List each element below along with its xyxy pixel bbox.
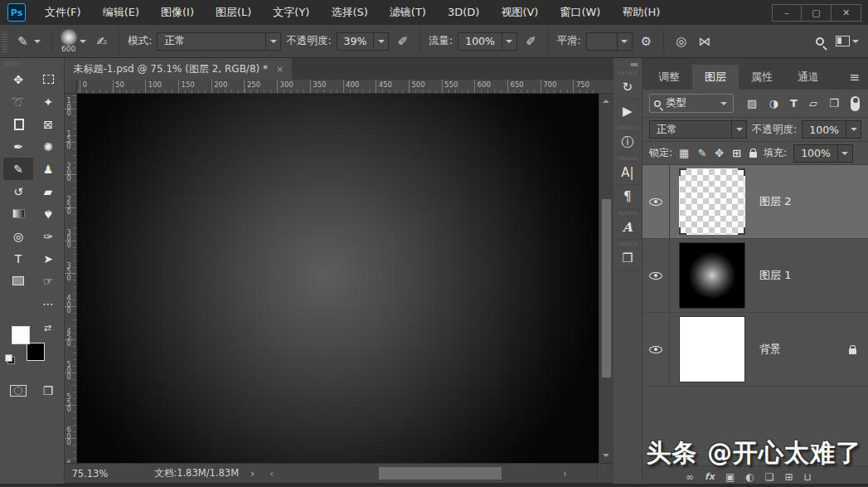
menu-edit[interactable]: 编辑(E) xyxy=(92,0,150,25)
history-panel-button[interactable]: ↻ xyxy=(614,75,641,100)
type-tool[interactable]: T xyxy=(3,247,33,270)
filter-type-layers-icon[interactable]: T xyxy=(790,97,798,110)
search-icon[interactable] xyxy=(816,37,824,46)
scroll-right-icon[interactable]: › xyxy=(563,464,567,483)
dodge-tool[interactable]: ◎ xyxy=(3,225,33,247)
close-tab-icon[interactable]: × xyxy=(276,64,284,75)
vertical-scrollbar-thumb[interactable] xyxy=(602,199,611,377)
menu-image[interactable]: 图像(I) xyxy=(150,0,205,25)
vertical-ruler[interactable]: 1 0 01 5 02 0 02 5 03 0 03 5 04 0 04 5 0… xyxy=(65,94,77,463)
move-tool[interactable]: ✥ xyxy=(3,68,33,90)
opacity-input[interactable]: 39% xyxy=(337,32,390,51)
airbrush-icon[interactable]: ✐ xyxy=(522,32,540,51)
layer-row[interactable]: 图层 1 xyxy=(643,239,868,313)
filter-pixel-layers-icon[interactable]: ▨ xyxy=(747,97,757,110)
new-layer-icon[interactable]: ⊞ xyxy=(785,471,793,483)
panel-group-gripper[interactable] xyxy=(618,212,637,215)
eyedropper-tool[interactable]: ✒ xyxy=(3,135,33,158)
minimize-button[interactable]: – xyxy=(772,4,802,22)
character-panel-button[interactable]: A| xyxy=(614,161,641,185)
layer-thumbnail[interactable] xyxy=(679,168,745,235)
3d-panel-button[interactable]: ❒ xyxy=(614,246,641,270)
status-expand-icon[interactable]: › xyxy=(250,467,255,480)
menu-view[interactable]: 视图(V) xyxy=(490,0,549,25)
horizontal-ruler[interactable]: 0501001502002503003504004505005506006507… xyxy=(77,80,598,94)
scroll-down-icon[interactable] xyxy=(599,450,613,461)
menu-layer[interactable]: 图层(L) xyxy=(205,0,262,25)
canvas[interactable] xyxy=(77,94,598,463)
menu-3d[interactable]: 3D(D) xyxy=(437,0,490,25)
options-bar-gripper[interactable] xyxy=(2,31,7,52)
hand-tool[interactable]: ☞ xyxy=(33,270,63,292)
filter-shape-layers-icon[interactable]: ▱ xyxy=(809,97,817,110)
layer-visibility-toggle[interactable] xyxy=(643,313,670,386)
ruler-origin-corner[interactable] xyxy=(65,80,77,94)
paragraph-panel-button[interactable]: ¶ xyxy=(614,185,641,209)
opacity-pressure-icon[interactable]: ✐ xyxy=(394,32,411,51)
layer-name[interactable]: 背景 xyxy=(759,342,781,357)
tool-preset-picker[interactable]: ✎ xyxy=(14,32,43,51)
layer-style-icon[interactable]: fx xyxy=(705,471,715,482)
panel-group-gripper[interactable] xyxy=(618,71,637,75)
eraser-tool[interactable]: ▰ xyxy=(33,180,63,202)
toggle-brush-settings-icon[interactable]: ✍ xyxy=(94,32,111,51)
size-pressure-icon[interactable]: ◎ xyxy=(672,32,690,51)
flow-input[interactable]: 100% xyxy=(458,32,517,51)
menu-select[interactable]: 选择(S) xyxy=(320,0,378,25)
document-tab[interactable]: 未标题-1.psd @ 75.1% (图层 2, RGB/8) * × xyxy=(65,58,292,80)
menu-help[interactable]: 帮助(H) xyxy=(611,0,671,25)
panel-menu-icon[interactable]: ≡ xyxy=(849,70,860,85)
layer-thumbnail[interactable] xyxy=(679,242,745,309)
add-mask-icon[interactable]: ▣ xyxy=(725,471,735,483)
menu-window[interactable]: 窗口(W) xyxy=(549,0,611,25)
tab-layers[interactable]: 图层 xyxy=(692,65,739,90)
swap-colors-icon[interactable]: ⇄ xyxy=(44,323,51,334)
maximize-button[interactable]: ▢ xyxy=(802,4,832,22)
expand-panels-icon[interactable]: «« xyxy=(630,60,638,69)
paint-symmetry-icon[interactable]: ⋈ xyxy=(695,32,714,51)
background-color-swatch[interactable] xyxy=(27,343,45,361)
quick-mask-button[interactable] xyxy=(3,379,33,402)
tab-channels[interactable]: 通道 xyxy=(785,65,832,90)
toolbar-gripper[interactable] xyxy=(5,61,18,66)
menu-filter[interactable]: 滤镜(T) xyxy=(379,0,437,25)
layer-visibility-toggle[interactable] xyxy=(643,165,670,238)
layer-row[interactable]: 背景 xyxy=(643,313,868,387)
magic-wand-tool[interactable]: ✦ xyxy=(33,90,63,113)
menu-file[interactable]: 文件(F) xyxy=(34,0,92,25)
more-tools[interactable]: ⋯ xyxy=(33,292,63,314)
scroll-left-icon[interactable]: ‹ xyxy=(269,464,274,483)
info-panel-button[interactable]: ⓘ xyxy=(614,130,641,154)
layer-name[interactable]: 图层 1 xyxy=(759,268,791,283)
smoothing-options-gear-icon[interactable]: ⚙ xyxy=(638,32,655,51)
scroll-up-icon[interactable] xyxy=(599,95,613,107)
new-group-icon[interactable]: ❏ xyxy=(765,471,774,483)
frame-tool[interactable]: ⊠ xyxy=(33,113,63,135)
filter-toggle[interactable] xyxy=(851,96,860,111)
layer-opacity-input[interactable]: 100% xyxy=(802,120,861,139)
layer-visibility-toggle[interactable] xyxy=(643,239,670,312)
vertical-scrollbar[interactable] xyxy=(599,94,613,463)
brush-tool[interactable]: ✎ xyxy=(3,158,33,180)
crop-tool[interactable] xyxy=(3,113,33,135)
gradient-tool[interactable] xyxy=(3,202,33,225)
blend-mode-select[interactable]: 正常 xyxy=(157,32,281,51)
screen-mode-button[interactable]: ❐ xyxy=(33,379,63,402)
fill-input[interactable]: 100% xyxy=(793,144,853,163)
workspace-switcher[interactable] xyxy=(836,36,861,46)
clone-stamp-tool[interactable]: ♟ xyxy=(33,158,63,180)
lock-artboard-icon[interactable]: ⊞ xyxy=(732,147,741,159)
layer-row[interactable]: 图层 2 xyxy=(643,165,868,239)
blur-tool[interactable]: ♠ xyxy=(33,202,63,225)
panel-group-gripper[interactable] xyxy=(618,242,637,246)
default-colors-icon[interactable] xyxy=(5,354,15,364)
filter-adjustment-layers-icon[interactable]: ◑ xyxy=(769,97,778,110)
healing-brush-tool[interactable]: ✺ xyxy=(33,135,63,158)
actions-panel-button[interactable]: ▶ xyxy=(614,100,641,124)
panel-group-gripper[interactable] xyxy=(618,126,637,129)
brush-preset-picker[interactable]: 600 xyxy=(61,29,89,53)
zoom-level-field[interactable]: 75.13% xyxy=(65,468,116,480)
lock-pixels-icon[interactable]: ✎ xyxy=(697,147,706,159)
glyphs-panel-button[interactable]: A xyxy=(614,216,641,240)
lock-all-icon[interactable] xyxy=(749,152,757,158)
